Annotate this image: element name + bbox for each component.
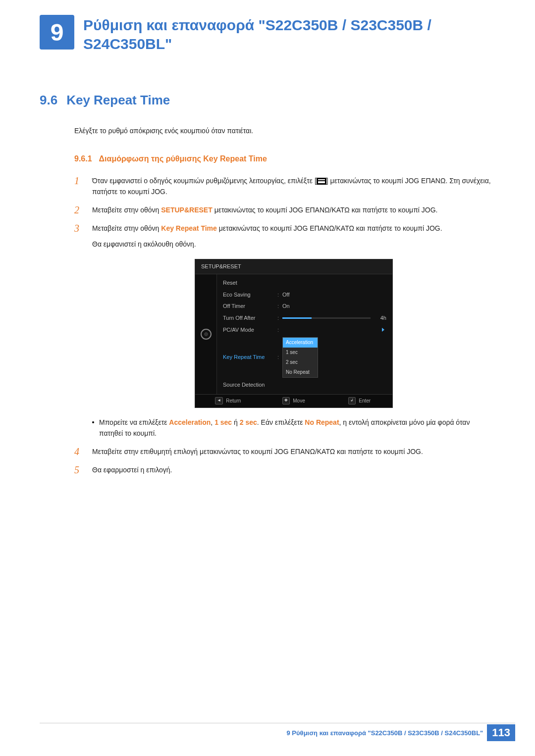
bold-term: Acceleration — [169, 418, 211, 426]
footer-text: 9 Ρύθμιση και επαναφορά "S22C350B / S23C… — [287, 729, 483, 737]
step-5: 5 Θα εφαρμοστεί η επιλογή. — [74, 464, 495, 476]
text: ή — [232, 418, 240, 426]
step-1: 1 Όταν εμφανιστεί ο οδηγός κουμπιών ρυθμ… — [74, 175, 495, 198]
text: Όταν εμφανιστεί ο οδηγός κουμπιών ρυθμιζ… — [92, 177, 317, 185]
osd-footer-enter: ↲ Enter — [326, 395, 392, 407]
chapter-title: Ρύθμιση και επαναφορά "S22C350B / S23C35… — [83, 16, 495, 53]
text: μετακινώντας το κουμπί JOG ΕΠΑΝΩ/ΚΑΤΩ κα… — [213, 206, 438, 214]
osd-option: 1 sec — [283, 348, 318, 357]
step-number: 3 — [74, 223, 83, 234]
osd-screenshot: SETUP&RESET Reset Eco Saving : — [195, 259, 393, 408]
bold-term: No Repeat — [305, 418, 339, 426]
osd-menu-list: Reset Eco Saving : Off Off Timer : On — [217, 274, 392, 394]
osd-colon: : — [277, 291, 282, 300]
osd-label: Key Repeat Time — [223, 353, 277, 362]
step-text: Όταν εμφανιστεί ο οδηγός κουμπιών ρυθμιζ… — [92, 175, 495, 198]
osd-sidebar — [195, 274, 217, 394]
footer-divider — [40, 723, 515, 723]
text: Μπορείτε να επιλέξετε — [99, 418, 169, 426]
osd-footer: ◄ Return ✚ Move ↲ Enter — [195, 394, 392, 407]
osd-label: PC/AV Mode — [223, 326, 277, 335]
section-heading: 9.6 Key Repeat Time — [40, 93, 495, 108]
slider-track — [282, 317, 371, 319]
section-number: 9.6 — [40, 93, 57, 108]
subsection-title: Διαμόρφωση της ρύθμισης Key Repeat Time — [99, 154, 267, 163]
osd-label: Eco Saving — [223, 291, 277, 300]
osd-colon: : — [277, 314, 282, 323]
step-4: 4 Μεταβείτε στην επιθυμητή επιλογή μετακ… — [74, 446, 495, 457]
osd-dropdown: Acceleration 1 sec 2 sec No Repeat — [282, 337, 386, 378]
osd-label: Reset — [223, 279, 277, 288]
subsection-heading: 9.6.1 Διαμόρφωση της ρύθμισης Key Repeat… — [74, 154, 495, 163]
osd-row-eco: Eco Saving : Off — [217, 289, 392, 301]
step-number: 5 — [74, 464, 83, 476]
osd-colon: : — [277, 326, 282, 335]
osd-value: On — [282, 302, 386, 311]
return-key-icon: ◄ — [215, 397, 223, 404]
step-text: Θα εφαρμοστεί η επιλογή. — [92, 464, 172, 475]
text: , — [211, 418, 214, 426]
text: . Εάν επιλέξετε — [257, 418, 305, 426]
osd-row-reset: Reset — [217, 277, 392, 289]
text: Μεταβείτε στην οθόνη — [92, 206, 161, 214]
bullet-icon — [92, 421, 94, 423]
osd-row-turnoff: Turn Off After : 4h — [217, 312, 392, 324]
bold-term: 1 sec — [214, 418, 232, 426]
osd-body: Reset Eco Saving : Off Off Timer : On — [195, 274, 392, 394]
section-intro: Ελέγξτε το ρυθμό απόκρισης ενός κουμπιού… — [74, 127, 495, 135]
osd-colon: : — [277, 302, 282, 311]
osd-option-selected: Acceleration — [283, 338, 318, 348]
menu-icon — [317, 178, 326, 185]
osd-row-pcav: PC/AV Mode : — [217, 324, 392, 336]
bullet-text: Μπορείτε να επιλέξετε Acceleration, 1 se… — [99, 417, 495, 439]
step-number: 1 — [74, 175, 83, 187]
bold-term: 2 sec — [240, 418, 257, 426]
text: μετακινώντας το κουμπί JOG ΕΠΑΝΩ/ΚΑΤΩ κα… — [217, 224, 442, 232]
chapter-header: 9 Ρύθμιση και επαναφορά "S22C350B / S23C… — [40, 15, 495, 53]
osd-footer-return: ◄ Return — [195, 395, 261, 407]
osd-value: 4h — [374, 314, 386, 323]
osd-footer-label: Return — [226, 397, 241, 405]
bold-term: SETUP&RESET — [161, 206, 212, 214]
osd-row-source: Source Detection — [217, 379, 392, 391]
step-number: 4 — [74, 446, 83, 457]
osd-row-offtimer: Off Timer : On — [217, 301, 392, 312]
step-number: 2 — [74, 204, 83, 216]
osd-options-list: Acceleration 1 sec 2 sec No Repeat — [282, 337, 318, 378]
osd-option: No Repeat — [283, 367, 318, 377]
osd-colon: : — [277, 353, 282, 362]
step-2: 2 Μεταβείτε στην οθόνη SETUP&RESET μετακ… — [74, 204, 495, 216]
osd-label: Turn Off After — [223, 314, 277, 323]
steps-list: 1 Όταν εμφανιστεί ο οδηγός κουμπιών ρυθμ… — [74, 175, 495, 476]
chapter-number-box: 9 — [40, 15, 74, 50]
step-note: Θα εμφανιστεί η ακόλουθη οθόνη. — [92, 239, 495, 250]
subsection-number: 9.6.1 — [74, 154, 92, 163]
page-number: 113 — [487, 724, 515, 741]
gear-icon — [201, 329, 212, 340]
page-footer: 9 Ρύθμιση και επαναφορά "S22C350B / S23C… — [287, 724, 515, 741]
osd-footer-move: ✚ Move — [261, 395, 327, 407]
step-text: Μεταβείτε στην οθόνη SETUP&RESET μετακιν… — [92, 204, 437, 215]
step-3: 3 Μεταβείτε στην οθόνη Key Repeat Time μ… — [74, 223, 495, 439]
bullet-note: Μπορείτε να επιλέξετε Acceleration, 1 se… — [92, 417, 495, 439]
osd-title: SETUP&RESET — [195, 259, 392, 275]
section-title: Key Repeat Time — [66, 93, 170, 108]
move-key-icon: ✚ — [282, 397, 290, 404]
enter-key-icon: ↲ — [348, 397, 356, 404]
step-text: Μεταβείτε στην οθόνη Key Repeat Time μετ… — [92, 223, 495, 439]
osd-row-key-repeat: Key Repeat Time : Acceleration 1 sec 2 s… — [217, 336, 392, 379]
page-content: 9 Ρύθμιση και επαναφορά "S22C350B / S23C… — [0, 0, 535, 476]
osd-label: Source Detection — [223, 381, 277, 390]
osd-option: 2 sec — [283, 357, 318, 367]
bold-term: Key Repeat Time — [161, 224, 217, 232]
osd-label: Off Timer — [223, 302, 277, 311]
osd-slider: 4h — [282, 314, 386, 323]
osd-value: Off — [282, 291, 386, 300]
osd-footer-label: Move — [293, 397, 305, 405]
osd-footer-label: Enter — [359, 397, 371, 405]
chevron-right-icon — [382, 328, 384, 332]
step-text: Μεταβείτε στην επιθυμητή επιλογή μετακιν… — [92, 446, 423, 457]
text: Μεταβείτε στην οθόνη — [92, 224, 161, 232]
